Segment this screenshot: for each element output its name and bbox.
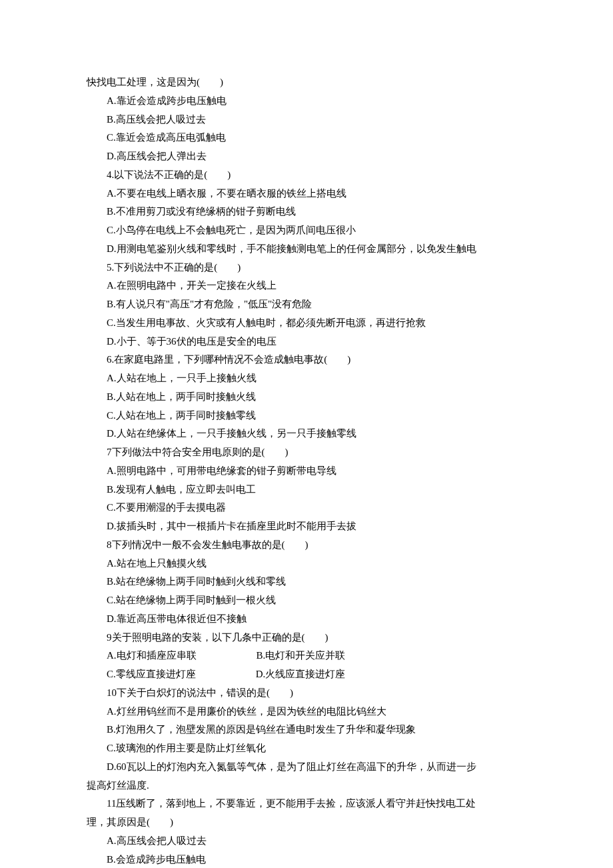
text-line: A.照明电路中，可用带电绝缘套的钳子剪断带电导线 (87, 462, 526, 481)
text-line: A.站在地上只触摸火线 (87, 555, 526, 573)
text-line: C.不要用潮湿的手去摸电器 (87, 499, 526, 517)
text-line: 8下列情况中一般不会发生触电事故的是( ) (87, 536, 526, 555)
text-line: 快找电工处理，这是因为( ) (87, 73, 526, 92)
text-line: 11压线断了，落到地上，不要靠近，更不能用手去捡，应该派人看守并赶快找电工处 (87, 795, 526, 813)
text-line: A.靠近会造成跨步电压触电 (87, 92, 526, 111)
text-line: A.电灯和插座应串联 B.电灯和开关应并联 (87, 647, 526, 665)
text-line: 提高灯丝温度. (87, 777, 526, 795)
text-line: D.用测电笔鉴别火线和零线时，手不能接触测电笔上的任何金属部分，以免发生触电 (87, 240, 526, 259)
text-line: A.不要在电线上晒衣服，不要在晒衣服的铁丝上搭电线 (87, 185, 526, 203)
text-line: C.零线应直接进灯座 D.火线应直接进灯座 (87, 665, 526, 684)
text-line: D.拔插头时，其中一根插片卡在插座里此时不能用手去拔 (87, 517, 526, 536)
text-line: D.60瓦以上的灯泡内充入氮氩等气体，是为了阻止灯丝在高温下的升华，从而进一步 (87, 758, 526, 777)
text-line: 4.以下说法不正确的是( ) (87, 166, 526, 185)
text-line: B.有人说只有"高压"才有危险，"低压"没有危险 (87, 295, 526, 314)
text-line: 9关于照明电路的安装，以下几条中正确的是( ) (87, 629, 526, 647)
text-line: 10下关于白炽灯的说法中，错误的是( ) (87, 684, 526, 703)
text-line: B.灯泡用久了，泡壁发黑的原因是钨丝在通电时发生了升华和凝华现象 (87, 721, 526, 739)
text-line: C.当发生用电事故、火灾或有人触电时，都必须先断开电源，再进行抢救 (87, 314, 526, 333)
text-line: C.玻璃泡的作用主要是防止灯丝氧化 (87, 739, 526, 758)
text-line: D.小于、等于36伏的电压是安全的电压 (87, 333, 526, 351)
text-line: B.站在绝缘物上两手同时触到火线和零线 (87, 573, 526, 591)
text-line: 理，其原因是( ) (87, 813, 526, 832)
text-line: A.在照明电路中，开关一定接在火线上 (87, 277, 526, 295)
text-line: D.人站在绝缘体上，一只手接触火线，另一只手接触零线 (87, 425, 526, 443)
text-line: C.小鸟停在电线上不会触电死亡，是因为两爪间电压很小 (87, 221, 526, 240)
text-line: B.发现有人触电，应立即去叫电工 (87, 481, 526, 499)
document-body: 快找电工处理，这是因为( )A.靠近会造成跨步电压触电B.高压线会把人吸过去C.… (87, 73, 526, 868)
text-line: 5.下列说法中不正确的是( ) (87, 259, 526, 277)
text-line: D.靠近高压带电体很近但不接触 (87, 610, 526, 629)
text-line: C.人站在地上，两手同时接触零线 (87, 407, 526, 425)
text-line: B.人站在地上，两手同时接触火线 (87, 388, 526, 407)
text-line: B.高压线会把人吸过去 (87, 111, 526, 129)
text-line: D.高压线会把人弹出去 (87, 147, 526, 166)
text-line: C.站在绝缘物上两手同时触到一根火线 (87, 591, 526, 610)
text-line: B.会造成跨步电压触电 (87, 851, 526, 869)
text-line: C.靠近会造成高压电弧触电 (87, 129, 526, 147)
text-line: 7下列做法中符合安全用电原则的是( ) (87, 443, 526, 462)
text-line: A.高压线会把人吸过去 (87, 832, 526, 851)
text-line: 6.在家庭电路里，下列哪种情况不会造成触电事故( ) (87, 351, 526, 369)
text-line: A.人站在地上，一只手上接触火线 (87, 369, 526, 388)
text-line: A.灯丝用钨丝而不是用廉价的铁丝，是因为铁丝的电阻比钨丝大 (87, 703, 526, 721)
text-line: B.不准用剪刀或没有绝缘柄的钳子剪断电线 (87, 203, 526, 221)
